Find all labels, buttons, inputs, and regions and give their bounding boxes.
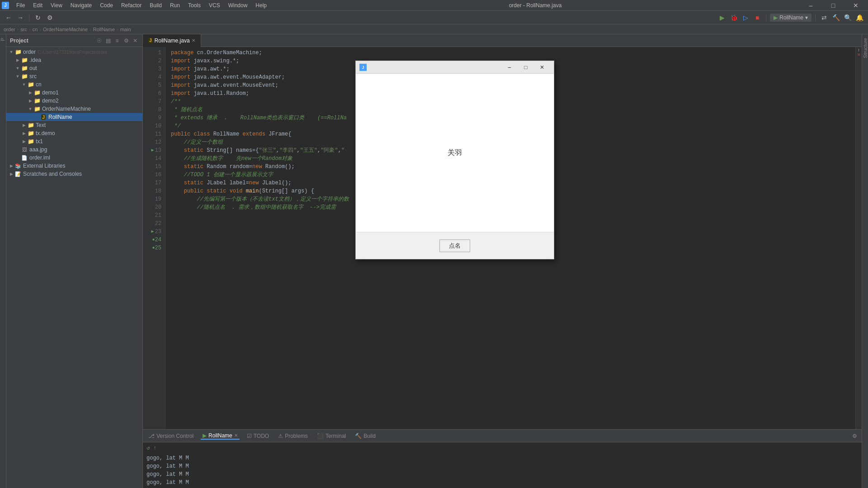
breadcrumb-order[interactable]: order xyxy=(4,27,15,32)
settings-button[interactable]: ⚙ xyxy=(45,13,55,23)
maximize-button[interactable]: □ xyxy=(823,0,844,11)
sidebar-settings-icon[interactable]: ⚙ xyxy=(123,37,130,44)
tree-arrow-src: ▼ xyxy=(14,73,21,80)
folder-icon-text: 📁 xyxy=(27,122,34,129)
sync-button[interactable]: ⇄ xyxy=(819,13,829,23)
run-tab-problems-label: Problems xyxy=(285,433,308,439)
run-tab-todo[interactable]: ☑ TODO xyxy=(245,433,271,439)
tree-arrow-out: ▼ xyxy=(14,65,21,71)
menu-run[interactable]: Run xyxy=(166,1,184,9)
folder-icon-tx1: 📁 xyxy=(27,138,34,145)
java-icon-rollname: J xyxy=(40,113,47,121)
menu-tools[interactable]: Tools xyxy=(184,1,204,9)
tree-item-idea[interactable]: ▶ 📁 .idea xyxy=(6,56,142,64)
run-panel-settings-icon[interactable]: ⚙ xyxy=(851,432,858,440)
close-button[interactable]: ✕ xyxy=(845,0,866,11)
tree-arrow-text: ▶ xyxy=(21,122,27,128)
tree-label-out: out xyxy=(29,65,37,71)
sidebar-header-icons: ☉ ▤ ≡ ⚙ ✕ xyxy=(95,37,139,44)
tree-item-demo1[interactable]: ▶ 📁 demo1 xyxy=(6,89,142,97)
build-button[interactable]: 🔨 xyxy=(831,13,841,23)
search-button[interactable]: 🔍 xyxy=(843,13,853,23)
tree-item-demo2[interactable]: ▶ 📁 demo2 xyxy=(6,97,142,105)
output-line-3: gogo, lat M M xyxy=(146,470,858,479)
menu-window[interactable]: Window xyxy=(225,1,251,9)
menu-navigate[interactable]: Navigate xyxy=(67,1,95,9)
tab-close-icon[interactable]: ✕ xyxy=(192,38,195,43)
menu-code[interactable]: Code xyxy=(96,1,117,9)
tree-arrow-tx1: ▶ xyxy=(21,138,27,145)
sidebar-close-icon[interactable]: ✕ xyxy=(132,37,139,44)
run-config-dropdown[interactable]: ▶ RollName ▾ xyxy=(770,14,811,22)
warning-indicator: ! xyxy=(856,48,862,52)
run-tab-terminal[interactable]: ⬛ Terminal xyxy=(315,433,348,439)
jframe-minimize-button[interactable]: ‒ xyxy=(501,63,518,72)
todo-icon: ☑ xyxy=(247,433,252,439)
jframe-maximize-button[interactable]: □ xyxy=(518,63,534,72)
run-tab-run[interactable]: ▶ RollName ✕ xyxy=(201,432,240,440)
coverage-icon[interactable]: ▷ xyxy=(741,13,750,23)
menu-help[interactable]: Help xyxy=(252,1,270,9)
structure-tab[interactable]: Structure xyxy=(862,34,868,62)
run-icon[interactable]: ▶ xyxy=(717,13,727,23)
tree-item-src[interactable]: ▼ 📁 src xyxy=(6,72,142,80)
run-tab-problems[interactable]: ⚠ Problems xyxy=(276,433,310,439)
run-tab-version-control[interactable]: ⎇ Version Control xyxy=(146,433,195,439)
run-tab-build[interactable]: 🔨 Build xyxy=(353,433,377,439)
tree-item-order-name-machine[interactable]: ▼ 📁 OrderNameMachine xyxy=(6,105,142,113)
jframe-footer: 点名 xyxy=(356,232,554,259)
project-side-tab[interactable]: P xyxy=(0,36,6,43)
tree-label-order-name-machine: OrderNameMachine xyxy=(42,106,91,112)
run-restart-icon[interactable]: ↺ xyxy=(146,444,150,452)
tree-item-tx1[interactable]: ▶ 📁 tx1 xyxy=(6,137,142,145)
sidebar-title: Project xyxy=(10,38,95,44)
menu-build[interactable]: Build xyxy=(146,1,165,9)
terminal-icon: ⬛ xyxy=(317,433,324,439)
menu-refactor[interactable]: Refactor xyxy=(118,1,145,9)
app-icon: J xyxy=(2,2,9,9)
sidebar-collapse-icon[interactable]: ≡ xyxy=(113,37,121,44)
editor-tab-rollname[interactable]: J RollName.java ✕ xyxy=(143,34,201,47)
breadcrumb-cn[interactable]: cn xyxy=(33,27,38,32)
breadcrumb-src[interactable]: src xyxy=(20,27,27,32)
refresh-button[interactable]: ↻ xyxy=(33,13,43,23)
back-button[interactable]: ← xyxy=(4,13,14,23)
tree-label-ext-lib: External Libraries xyxy=(23,163,65,169)
tree-item-out[interactable]: ▼ 📁 out xyxy=(6,64,142,72)
tree-item-txdemo[interactable]: ▶ 📁 tx.demo xyxy=(6,129,142,137)
run-scroll-up-icon[interactable]: ↑ xyxy=(153,444,156,452)
run-tab-build-label: Build xyxy=(363,433,376,439)
code-line-1: package cn.OrderNameMachine; xyxy=(171,49,856,57)
tree-item-order[interactable]: ▼ 📁 order C:\Users\17331\IdeaProjects\or… xyxy=(6,48,142,56)
breadcrumb-class[interactable]: RollName xyxy=(93,27,115,32)
tree-item-text[interactable]: ▶ 📁 Text xyxy=(6,121,142,129)
notification-button[interactable]: 🔔 xyxy=(854,13,864,23)
menu-file[interactable]: File xyxy=(13,1,28,9)
breadcrumb-package[interactable]: OrderNameMachine xyxy=(43,27,88,32)
tree-item-aaa-jpg[interactable]: 🖼 aaa.jpg xyxy=(6,145,142,154)
sidebar-locate-icon[interactable]: ☉ xyxy=(95,37,103,44)
debug-icon[interactable]: 🐞 xyxy=(729,13,739,23)
tree-item-rollname[interactable]: J RollName xyxy=(6,113,142,121)
menu-view[interactable]: View xyxy=(47,1,66,9)
tree-item-scratches[interactable]: ▶ 📝 Scratches and Consoles xyxy=(6,170,142,178)
run-config-label: RollName xyxy=(779,14,803,21)
menu-edit[interactable]: Edit xyxy=(29,1,46,9)
line-numbers: 12345 678910 1112 ▶13 1415161718 1920212… xyxy=(143,47,165,429)
stop-icon[interactable]: ■ xyxy=(752,13,762,23)
tree-label-src: src xyxy=(29,73,37,80)
tree-item-external-libraries[interactable]: ▶ 📚 External Libraries xyxy=(6,162,142,170)
menu-vcs[interactable]: VCS xyxy=(205,1,224,9)
jframe-roll-button[interactable]: 点名 xyxy=(439,239,470,252)
sidebar-expand-icon[interactable]: ▤ xyxy=(104,37,112,44)
menu-bar: J File Edit View Navigate Code Refactor … xyxy=(0,0,868,11)
tree-item-cn[interactable]: ▼ 📁 cn xyxy=(6,80,142,89)
forward-button[interactable]: → xyxy=(15,13,25,23)
breadcrumb-method[interactable]: main xyxy=(120,27,131,32)
folder-icon-idea: 📁 xyxy=(21,56,28,64)
tree-item-order-iml[interactable]: 📄 order.iml xyxy=(6,154,142,162)
jframe-close-button[interactable]: ✕ xyxy=(534,63,550,72)
minimize-button[interactable]: ‒ xyxy=(800,0,821,11)
tree-label-tx1: tx1 xyxy=(36,138,43,145)
run-tab-close-icon[interactable]: ✕ xyxy=(234,433,238,438)
